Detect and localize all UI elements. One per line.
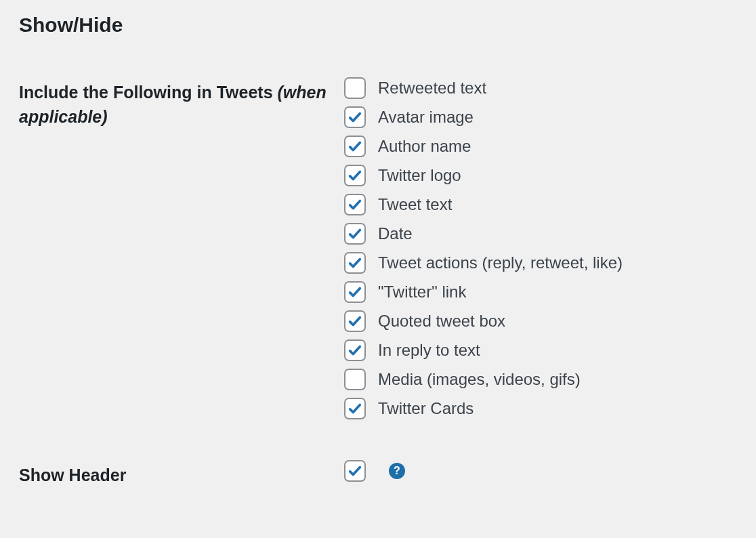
checkbox-label: Tweet text (378, 195, 452, 214)
checkbox-item: Retweeted text (344, 77, 737, 99)
checkbox-item: "Twitter" link (344, 281, 737, 303)
checkbox[interactable] (344, 252, 366, 274)
checkbox-list: Retweeted textAvatar imageAuthor nameTwi… (344, 77, 737, 419)
checkbox[interactable] (344, 310, 366, 332)
checkbox[interactable] (344, 136, 366, 157)
checkbox-label: Author name (378, 137, 471, 156)
checkbox-item: Media (images, videos, gifs) (344, 369, 737, 390)
checkbox[interactable] (344, 339, 366, 361)
checkbox-item: Tweet actions (reply, retweet, like) (344, 252, 737, 274)
checkbox[interactable] (344, 106, 366, 128)
checkbox-item: Twitter logo (344, 165, 737, 186)
checkbox-label: Twitter Cards (378, 399, 474, 418)
section-title: Show/Hide (19, 14, 737, 37)
checkbox-item: In reply to text (344, 339, 737, 361)
checkbox-item: Twitter Cards (344, 398, 737, 419)
checkbox-item: Avatar image (344, 106, 737, 128)
show-header-content: ? (344, 460, 737, 482)
checkbox-label: Media (images, videos, gifs) (378, 370, 581, 389)
help-icon[interactable]: ? (389, 463, 405, 479)
show-header-label: Show Header (19, 460, 344, 487)
show-header-checkbox[interactable] (344, 460, 366, 482)
checkbox-item: Date (344, 223, 737, 245)
checkbox-label: Tweet actions (reply, retweet, like) (378, 253, 623, 272)
checkbox-label: Date (378, 224, 413, 243)
checkbox-label: "Twitter" link (378, 283, 466, 302)
checkbox-label: Quoted tweet box (378, 312, 505, 331)
include-in-tweets-content: Retweeted textAvatar imageAuthor nameTwi… (344, 77, 737, 419)
checkbox-item: Author name (344, 136, 737, 157)
include-label-main: Include the Following in Tweets (19, 83, 278, 102)
checkbox-item: Tweet text (344, 194, 737, 215)
checkbox[interactable] (344, 398, 366, 419)
checkbox[interactable] (344, 194, 366, 215)
checkbox[interactable] (344, 281, 366, 303)
checkbox[interactable] (344, 77, 366, 99)
checkbox[interactable] (344, 223, 366, 245)
checkbox[interactable] (344, 165, 366, 186)
include-in-tweets-label: Include the Following in Tweets (when ap… (19, 77, 344, 129)
show-header-row: Show Header ? (19, 460, 737, 487)
checkbox-label: Twitter logo (378, 166, 461, 185)
checkbox-label: Retweeted text (378, 79, 486, 98)
checkbox-label: In reply to text (378, 341, 480, 360)
include-in-tweets-row: Include the Following in Tweets (when ap… (19, 77, 737, 419)
checkbox-label: Avatar image (378, 108, 474, 127)
checkbox-item: Quoted tweet box (344, 310, 737, 332)
checkbox[interactable] (344, 369, 366, 390)
